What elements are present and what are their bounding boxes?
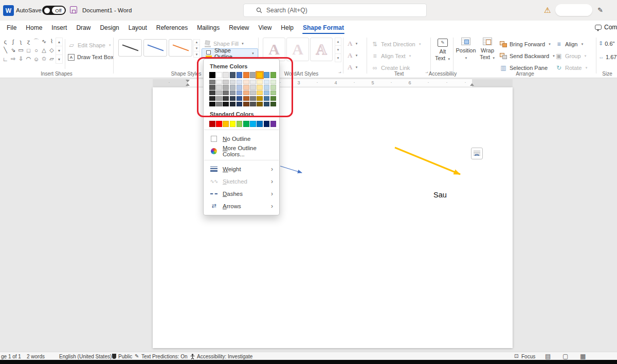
text-fill-button[interactable]: A▼ [348, 39, 358, 48]
color-swatch[interactable] [257, 72, 263, 78]
text-predictions[interactable]: Text Predictions: On [141, 354, 187, 359]
dialog-launcher-icon[interactable]: ⌐ [338, 70, 341, 76]
color-swatch[interactable] [230, 102, 236, 106]
color-swatch[interactable] [264, 96, 270, 101]
color-swatch[interactable] [257, 96, 263, 101]
color-swatch[interactable] [216, 90, 222, 95]
color-swatch[interactable] [243, 80, 249, 84]
text-effects-button[interactable]: A▼ [348, 63, 358, 72]
color-swatch[interactable] [230, 80, 236, 84]
menu-item-more-outline-colors[interactable]: More Outline Colors... [204, 145, 279, 157]
menu-item-arrows[interactable]: ⇄ Arrows › [204, 200, 279, 212]
color-swatch[interactable] [230, 121, 236, 127]
scroll-down-icon[interactable]: ▼ [193, 45, 200, 51]
color-swatch[interactable] [243, 121, 249, 127]
shape-icon[interactable]: □ [25, 46, 32, 54]
shape-icon[interactable]: ☺ [32, 54, 40, 63]
color-swatch[interactable] [209, 121, 215, 127]
shape-fill-button[interactable]: Shape Fill▼ [202, 39, 247, 48]
tab-design[interactable]: Design [95, 21, 123, 35]
page-indicator[interactable]: ge 1 of 1 [1, 354, 21, 359]
tab-help[interactable]: Help [276, 21, 298, 35]
color-swatch[interactable] [257, 80, 263, 84]
shape-icon[interactable]: ◇ [48, 46, 56, 54]
color-swatch[interactable] [230, 85, 236, 89]
styles-scrollbar[interactable]: ▲▼▼ [193, 39, 200, 58]
tab-mailings[interactable]: Mailings [192, 21, 224, 35]
color-swatch[interactable] [237, 72, 243, 78]
shape-icon[interactable]: ▭ [17, 46, 25, 54]
gallery-more-icon[interactable]: ▼ [335, 54, 341, 62]
color-swatch[interactable] [230, 72, 236, 78]
shape-style-preset[interactable] [118, 39, 142, 57]
save-icon[interactable] [70, 6, 77, 13]
tab-layout[interactable]: Layout [124, 21, 152, 35]
color-swatch[interactable] [237, 121, 243, 127]
color-swatch[interactable] [243, 90, 249, 95]
color-swatch[interactable] [223, 96, 229, 101]
color-swatch[interactable] [250, 72, 256, 78]
gallery-more-icon[interactable]: ▼ [56, 55, 63, 64]
color-swatch[interactable] [257, 90, 263, 95]
accessibility-status[interactable]: Accessibility: Investigate [197, 354, 252, 359]
color-swatch[interactable] [270, 102, 277, 106]
color-swatch[interactable] [243, 96, 249, 101]
language-indicator[interactable]: English (United States) [59, 354, 112, 359]
wordart-style-2[interactable]: A [286, 38, 309, 61]
align-text-button[interactable]: ≡ Align Text▼ [371, 51, 411, 61]
color-swatch[interactable] [270, 80, 277, 84]
color-swatch[interactable] [237, 96, 243, 101]
layout-options-button[interactable] [471, 148, 483, 159]
shape-icon[interactable]: ∿ [40, 37, 48, 46]
menu-item-no-outline[interactable]: No Outline [204, 133, 279, 145]
tab-shape-format[interactable]: Shape Format [298, 21, 349, 35]
position-button[interactable]: Position ▼ [456, 38, 476, 62]
color-swatch[interactable] [209, 80, 215, 84]
color-swatch[interactable] [216, 96, 222, 101]
shape-icon[interactable]: ▱ [48, 54, 56, 63]
tab-draw[interactable]: Draw [71, 21, 95, 35]
focus-button[interactable]: Focus [521, 354, 535, 359]
shape-icon[interactable]: ⇘ [9, 46, 17, 54]
tab-references[interactable]: References [152, 21, 192, 35]
scroll-down-icon[interactable]: ▼ [56, 46, 63, 55]
text-direction-button[interactable]: ⇅ Text Direction▼ [371, 39, 422, 49]
read-mode-icon[interactable]: ▤ [545, 353, 551, 360]
sensitivity-label[interactable]: Public [118, 354, 132, 359]
color-swatch[interactable] [216, 80, 222, 84]
color-swatch[interactable] [257, 121, 263, 127]
color-swatch[interactable] [270, 96, 277, 101]
shape-style-preset[interactable] [143, 39, 167, 57]
tab-review[interactable]: Review [224, 21, 253, 35]
pen-icon[interactable]: ✎ [597, 6, 603, 14]
color-swatch[interactable] [209, 102, 215, 106]
color-swatch[interactable] [216, 85, 222, 89]
tab-file[interactable]: File [2, 21, 21, 35]
color-swatch[interactable] [237, 102, 243, 106]
color-swatch[interactable] [243, 102, 249, 106]
color-swatch[interactable] [237, 90, 243, 95]
menu-item-weight[interactable]: Weight › [204, 163, 279, 175]
color-swatch[interactable] [223, 72, 229, 78]
shape-icon[interactable]: ╲ [2, 46, 9, 54]
wordart-scrollbar[interactable]: ▲▼▼ [335, 38, 341, 62]
color-swatch[interactable] [209, 85, 215, 89]
shape-icon[interactable]: ⇨ [9, 54, 17, 63]
color-swatch[interactable] [223, 85, 229, 89]
wordart-style-1[interactable]: A [263, 38, 285, 61]
color-swatch[interactable] [264, 72, 270, 78]
color-swatch[interactable] [223, 121, 229, 127]
shape-icon[interactable]: ⌇ [48, 37, 56, 46]
text-outline-button[interactable]: A▼ [348, 51, 358, 60]
wrap-text-button[interactable]: Wrap Text ▼ [477, 38, 498, 62]
color-swatch[interactable] [209, 96, 215, 101]
right-indent-marker[interactable] [470, 83, 474, 86]
color-swatch[interactable] [223, 80, 229, 84]
color-swatch[interactable] [216, 102, 222, 106]
account-badge[interactable] [555, 4, 592, 16]
comments-button[interactable]: Comm [595, 24, 617, 31]
scroll-up-icon[interactable]: ▲ [193, 39, 200, 45]
shape-icon[interactable]: ∟ [2, 54, 9, 63]
shape-icon[interactable]: ○ [32, 46, 40, 54]
shape-outline-button[interactable]: Shape Outline▼ [202, 48, 258, 59]
